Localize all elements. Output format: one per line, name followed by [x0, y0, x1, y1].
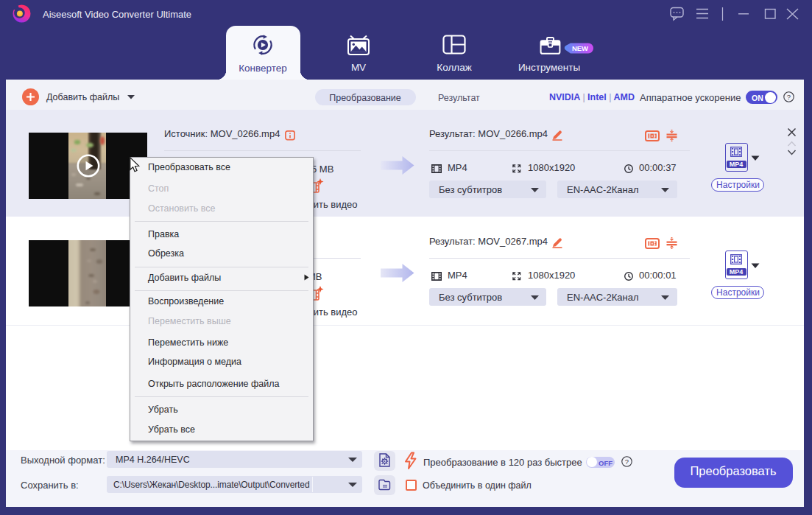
svg-text:?: ? — [787, 93, 791, 101]
svg-text:NEW: NEW — [572, 44, 588, 52]
svg-text:?: ? — [625, 458, 629, 466]
